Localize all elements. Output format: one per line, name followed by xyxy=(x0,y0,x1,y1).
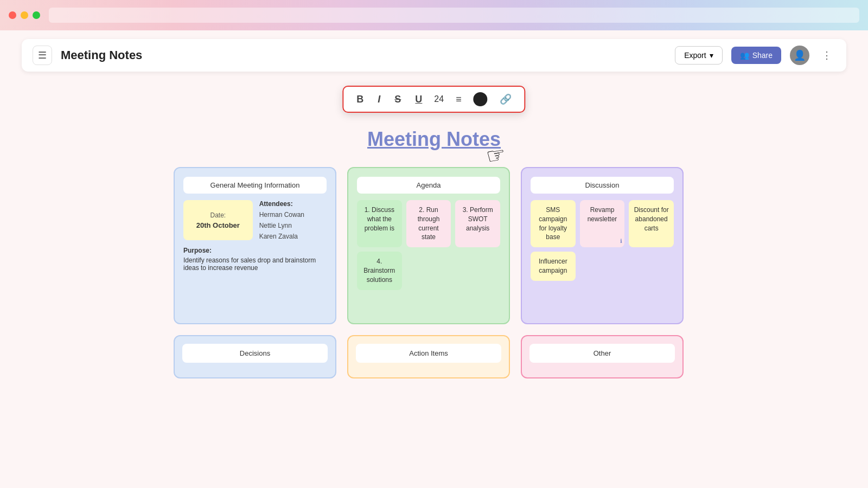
agenda-grid: 1. Discuss what the problem is 2. Run th… xyxy=(357,200,500,290)
traffic-lights xyxy=(9,11,40,19)
traffic-light-green[interactable] xyxy=(33,11,40,19)
discussion-card: Discussion SMS campaign for loyalty base… xyxy=(521,167,684,324)
canvas-document-title[interactable]: Meeting Notes xyxy=(367,128,501,151)
general-meeting-card: General Meeting Information Date: 20th O… xyxy=(174,167,336,324)
share-button[interactable]: 👥 Share xyxy=(731,47,781,64)
general-meeting-header: General Meeting Information xyxy=(183,177,327,194)
disc-item-2: Revamp newsletter ℹ xyxy=(580,200,625,247)
agenda-card: Agenda 1. Discuss what the problem is 2.… xyxy=(347,167,510,324)
agenda-item-1: 1. Discuss what the problem is xyxy=(357,200,402,247)
share-label: Share xyxy=(752,51,773,60)
more-icon: ⋮ xyxy=(822,49,832,61)
traffic-light-yellow[interactable] xyxy=(21,11,28,19)
purpose-label: Purpose: xyxy=(183,247,327,254)
traffic-light-red[interactable] xyxy=(9,11,16,19)
align-button[interactable]: ≡ xyxy=(454,93,464,105)
disc-item-1: SMS campaign for loyalty base xyxy=(531,200,576,247)
other-header: Other xyxy=(529,344,675,363)
gmi-content: Date: 20th October Attendees: Herman Cow… xyxy=(183,200,327,240)
purpose-box: Purpose: Identify reasons for sales drop… xyxy=(183,247,327,272)
color-picker-button[interactable] xyxy=(474,92,488,106)
title-bar-input xyxy=(49,8,859,23)
other-card: Other xyxy=(521,335,684,378)
agenda-item-4: 4. Brainstorm solutions xyxy=(357,252,402,290)
italic-button[interactable]: I xyxy=(375,93,382,105)
date-box: Date: 20th October xyxy=(183,200,253,240)
agenda-item-2: 2. Run through current state xyxy=(406,200,451,247)
decisions-header: Decisions xyxy=(182,344,328,363)
attendees-label: Attendees: xyxy=(259,200,327,208)
disc-item-3: Discount for abandoned carts xyxy=(629,200,674,247)
avatar[interactable]: 👤 xyxy=(790,46,809,65)
disc-item-4: Influencer campaign xyxy=(531,252,576,281)
cards-grid: General Meeting Information Date: 20th O… xyxy=(174,167,694,378)
menu-button[interactable]: ☰ xyxy=(33,46,52,65)
attendee-3: Karen Zavala xyxy=(259,233,327,240)
menu-icon: ☰ xyxy=(38,49,47,61)
disc-item-2-text: Revamp newsletter xyxy=(588,206,617,223)
discussion-header: Discussion xyxy=(531,177,674,194)
date-value: 20th October xyxy=(196,221,240,229)
more-options-button[interactable]: ⋮ xyxy=(818,47,835,64)
action-items-header: Action Items xyxy=(356,344,501,363)
export-button[interactable]: Export ▾ xyxy=(675,46,722,65)
discussion-grid: SMS campaign for loyalty base Revamp new… xyxy=(531,200,674,281)
title-bar xyxy=(0,0,868,30)
link-button[interactable]: 🔗 xyxy=(497,93,514,105)
bold-button[interactable]: B xyxy=(354,93,366,105)
underline-button[interactable]: U xyxy=(413,93,424,105)
main-toolbar: ☰ Meeting Notes Export ▾ 👥 Share 👤 ⋮ xyxy=(22,39,846,72)
attendee-2: Nettie Lynn xyxy=(259,222,327,229)
purpose-text: Identify reasons for sales drop and brai… xyxy=(183,256,327,272)
font-size-display: 24 xyxy=(434,94,444,104)
cursor-icon: ☞ xyxy=(484,141,507,169)
export-chevron-icon: ▾ xyxy=(710,51,713,60)
document-title[interactable]: Meeting Notes xyxy=(61,48,666,62)
attendees-box: Attendees: Herman Cowan Nettie Lynn Kare… xyxy=(259,200,327,240)
export-label: Export xyxy=(684,51,706,60)
strikethrough-button[interactable]: S xyxy=(392,93,403,105)
text-format-toolbar: B I S U 24 ≡ 🔗 xyxy=(342,86,525,113)
decisions-card: Decisions xyxy=(174,335,336,378)
info-icon: ℹ xyxy=(620,237,622,245)
attendee-1: Herman Cowan xyxy=(259,211,327,219)
share-icon: 👥 xyxy=(740,51,749,60)
date-label: Date: xyxy=(210,211,226,219)
agenda-item-3: 3. Perform SWOT analysis xyxy=(455,200,500,247)
action-items-card: Action Items xyxy=(347,335,510,378)
agenda-header: Agenda xyxy=(357,177,500,194)
canvas: B I S U 24 ≡ 🔗 Meeting Notes ☞ General M… xyxy=(0,80,868,488)
